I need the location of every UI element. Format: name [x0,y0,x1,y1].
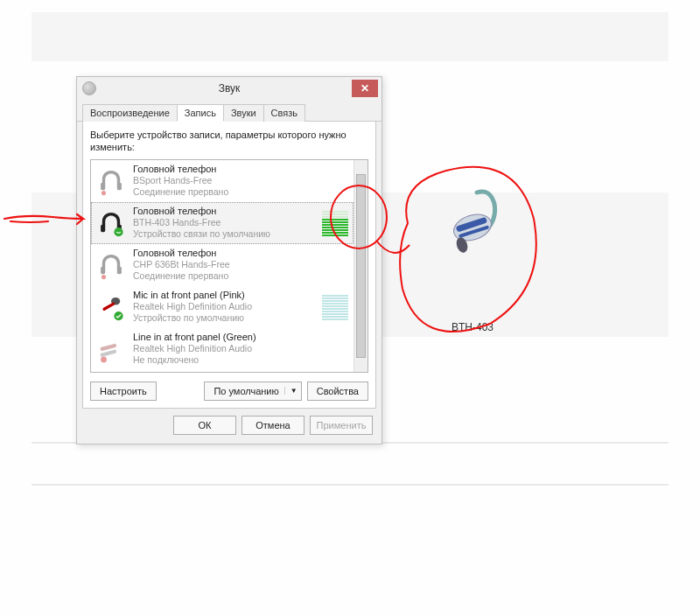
device-status: Соединение прервано [133,186,348,198]
listbox-scrollbar[interactable] [354,160,368,372]
instruction-text: Выберите устройство записи, параметры ко… [90,129,368,154]
device-driver: CHP 636Bt Hands-Free [133,259,348,270]
tab-sounds[interactable]: Звуки [223,104,264,122]
device-driver: BSport Hands-Free [133,175,348,186]
svg-rect-1 [117,182,122,190]
titlebar[interactable]: Звук ✕ [77,77,382,100]
close-button[interactable]: ✕ [352,80,378,97]
scroll-thumb[interactable] [356,174,366,358]
apply-button[interactable]: Применить [310,416,373,435]
headset-icon [96,208,126,238]
device-name: Line in at front panel (Green) [133,332,348,344]
svg-rect-10 [102,302,116,312]
set-default-button[interactable]: По умолчанию ▼ [204,382,301,401]
device-status: Соединение прервано [133,270,348,282]
dialog-title: Звук [77,82,382,94]
tab-body: Выберите устройство записи, параметры ко… [82,122,376,409]
set-default-label: По умолчанию [214,386,278,396]
ok-button[interactable]: ОК [173,416,236,435]
headset-icon [96,166,126,196]
svg-rect-6 [101,266,105,274]
device-name: Головной телефон [133,248,348,260]
properties-button[interactable]: Свойства [307,382,368,401]
tab-playback[interactable]: Воспроизведение [82,104,178,122]
sound-dialog: Звук ✕ Воспроизведение Запись Звуки Связ… [76,76,382,444]
list-item[interactable]: Mic in at front panel (Pink) Realtek Hig… [91,286,354,328]
device-driver: BTH-403 Hands-Free [133,217,315,228]
level-meter [322,208,348,238]
device-driver: Realtek High Definition Audio [133,343,348,354]
chevron-down-icon: ▼ [284,387,298,395]
bluetooth-headset-icon [429,179,516,267]
device-name: Mic in at front panel (Pink) [133,290,315,302]
svg-rect-0 [101,182,105,190]
svg-rect-7 [117,266,122,274]
svg-point-14 [101,356,107,362]
device-name: Головной телефон [133,164,348,176]
svg-rect-3 [101,224,105,232]
device-status: Устройство связи по умолчанию [133,228,315,240]
bluetooth-device-label: BTH-403 [411,321,534,333]
tab-recording[interactable]: Запись [177,104,224,122]
headset-icon [96,250,126,280]
device-status: Устройство по умолчанию [133,312,315,324]
device-list[interactable]: Головной телефон BSport Hands-Free Соеди… [90,159,368,373]
device-status: Не подключено [133,354,348,366]
list-item[interactable]: Line in at front panel (Green) Realtek H… [91,328,354,370]
tab-communications[interactable]: Связь [263,104,305,122]
list-item[interactable]: Головной телефон CHP 636Bt Hands-Free Со… [91,244,354,286]
device-name: Головной телефон [133,206,315,218]
audio-jack-icon [96,334,126,364]
microphone-icon [96,292,126,322]
cancel-button[interactable]: Отмена [242,416,304,435]
configure-button[interactable]: Настроить [90,382,157,401]
list-item[interactable]: Головной телефон BSport Hands-Free Соеди… [91,160,354,202]
device-driver: Realtek High Definition Audio [133,301,315,312]
level-meter [322,292,348,322]
speaker-icon [82,81,96,95]
list-item[interactable]: Головной телефон BTH-403 Hands-Free Устр… [91,202,354,244]
tabstrip: Воспроизведение Запись Звуки Связь [77,100,382,122]
svg-point-2 [102,191,106,195]
svg-point-5 [114,228,122,236]
bluetooth-device-preview: BTH-403 [411,179,534,333]
svg-point-8 [102,275,106,279]
